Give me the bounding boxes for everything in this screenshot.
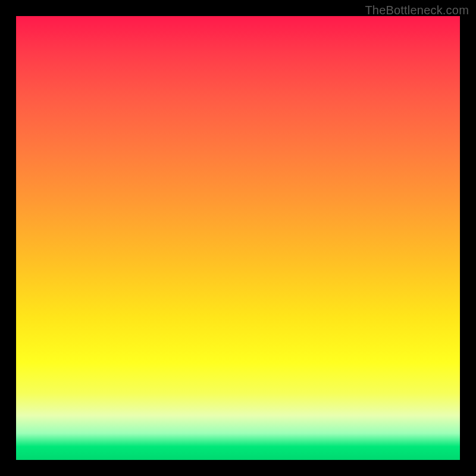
plot-area (16, 16, 460, 460)
watermark-text: TheBottleneck.com (365, 4, 469, 17)
chart-container: TheBottleneck.com (0, 0, 476, 476)
heat-gradient-background (16, 16, 460, 460)
